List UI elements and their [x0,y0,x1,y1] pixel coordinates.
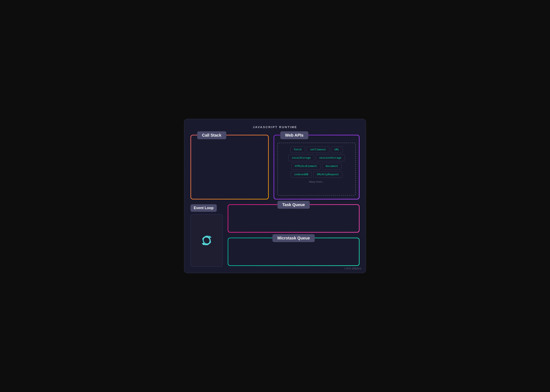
task-queue-wrapper: Task Queue [228,204,359,234]
refresh-icon [200,233,214,247]
api-sessionstorage: sessionStorage [316,154,345,161]
top-row: Call Stack Web APIs fetch setTimeout URL… [191,135,359,199]
microtask-queue-label: Microtask Queue [272,234,315,242]
event-loop-box [191,214,223,267]
call-stack-label: Call Stack [197,131,226,139]
api-settimeout: setTimeout [307,146,329,153]
watermark: CSDN @咖啡虫 [344,267,362,270]
api-row-2: localStorage sessionStorage [280,154,353,161]
api-row-1: fetch setTimeout URL [280,146,353,153]
web-apis-inner: fetch setTimeout URL localStorage sessio… [278,143,356,196]
api-localstorage: localStorage [288,154,314,161]
task-queue-box: Task Queue [228,204,359,233]
web-apis-wrapper: Web APIs fetch setTimeout URL localStora… [274,135,359,199]
api-xmlhttprequest: XMLHttpRequest [314,171,342,178]
queues-column: Task Queue Microtask Queue [228,204,359,267]
microtask-queue-box: Microtask Queue [228,238,359,266]
api-document: document [322,163,342,169]
api-fetch: fetch [290,146,305,153]
api-htmldivelement: HTMLDivElement [292,163,321,169]
call-stack-box: Call Stack [191,135,269,199]
api-row-4: indexedDB XMLHttpRequest [280,171,353,178]
web-apis-label: Web APIs [280,131,308,139]
main-container: JAVASCRIPT RUNTIME Call Stack Web APIs f… [184,119,366,273]
api-more: Many more... [280,180,353,183]
bottom-row: Event Loop Task Queue [191,204,359,267]
event-loop-label: Event Loop [191,204,217,212]
svg-marker-0 [209,236,212,238]
event-loop-wrapper: Event Loop [191,204,223,267]
call-stack-wrapper: Call Stack [191,135,269,199]
page-title: JAVASCRIPT RUNTIME [191,125,359,129]
task-queue-label: Task Queue [278,201,310,209]
svg-marker-1 [202,243,204,245]
web-apis-box: Web APIs fetch setTimeout URL localStora… [274,135,359,199]
microtask-queue-wrapper: Microtask Queue [228,238,359,267]
api-row-3: HTMLDivElement document [280,163,353,169]
api-indexeddb: indexedDB [291,171,312,178]
api-url: URL [331,146,343,153]
